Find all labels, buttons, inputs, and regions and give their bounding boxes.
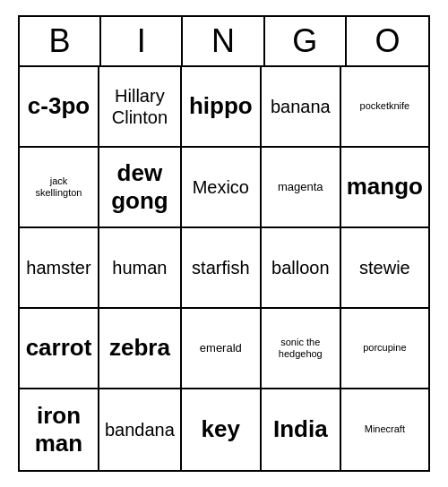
bingo-cell: hamster [20,228,99,309]
bingo-cell: dewgong [99,148,182,228]
bingo-cell: stewie [341,228,428,309]
header-letter: I [101,17,183,65]
bingo-cell: pocketknife [341,67,428,148]
bingo-cell: Mexico [182,148,262,228]
bingo-cell: porcupine [341,309,428,389]
bingo-cell: banana [262,67,341,148]
bingo-cell: balloon [262,228,341,309]
bingo-card: BINGO c-3poHillaryClintonhippobananapock… [18,15,430,472]
bingo-cell: ironman [20,389,99,470]
bingo-cell: human [99,228,182,309]
bingo-cell: bandana [99,389,182,470]
header-letter: B [20,17,101,65]
header-letter: G [265,17,347,65]
bingo-cell: Minecraft [341,389,428,470]
bingo-cell: carrot [20,309,99,389]
bingo-cell: zebra [99,309,182,389]
header-letter: N [183,17,264,65]
bingo-grid: c-3poHillaryClintonhippobananapocketknif… [20,67,428,470]
bingo-header: BINGO [20,17,428,67]
header-letter: O [347,17,428,65]
bingo-cell: mango [341,148,428,228]
bingo-cell: HillaryClinton [99,67,182,148]
bingo-cell: sonic thehedgehog [262,309,341,389]
bingo-cell: hippo [182,67,262,148]
bingo-cell: India [262,389,341,470]
bingo-cell: magenta [262,148,341,228]
bingo-cell: jackskellington [20,148,99,228]
bingo-cell: c-3po [20,67,99,148]
bingo-cell: key [182,389,262,470]
bingo-cell: starfish [182,228,262,309]
bingo-cell: emerald [182,309,262,389]
